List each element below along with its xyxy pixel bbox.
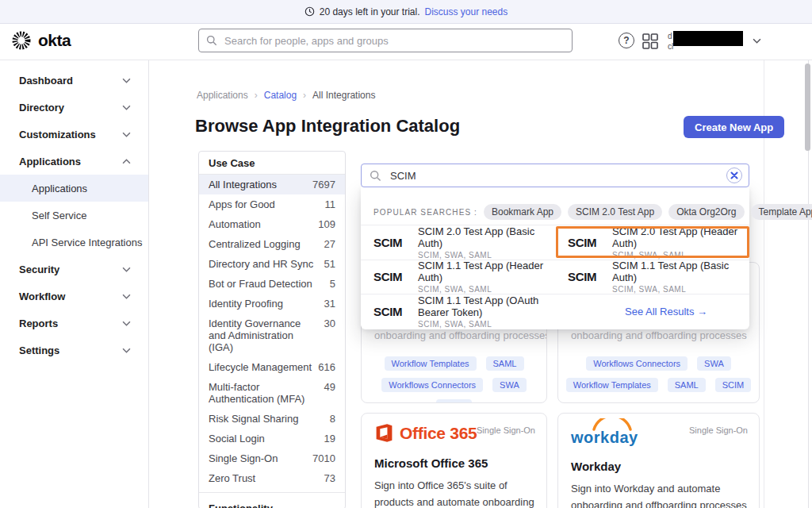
use-case-filter-item[interactable]: Zero Trust 73 — [199, 468, 345, 488]
sidebar-item[interactable]: Applications — [0, 148, 148, 175]
card-tags: Workflows ConnectorsSWAWorkflow Template… — [565, 356, 753, 392]
search-result-item[interactable]: SCIM SCIM 1.1 Test App (OAuth Bearer Tok… — [361, 294, 555, 329]
search-results-dropdown: POPULAR SEARCHES : Bookmark AppSCIM 2.0 … — [361, 187, 749, 329]
use-case-filter-item[interactable]: Centralized Logging 27 — [199, 234, 345, 254]
help-icon[interactable]: ? — [619, 33, 634, 48]
use-case-list: All Integrations 7697 Apps for Good 11 A… — [199, 175, 345, 488]
sso-badge: Single Sign-On — [689, 425, 748, 435]
catalog-card-workday[interactable]: workday Single Sign-On Workday Sign into… — [557, 413, 760, 508]
breadcrumb-applications[interactable]: Applications — [197, 90, 248, 101]
redacted-account-info — [673, 31, 743, 46]
trial-banner-text: 20 days left in your trial. — [320, 6, 420, 17]
sidebar-item[interactable]: Reports — [0, 310, 148, 337]
create-new-app-button[interactable]: Create New App — [684, 116, 784, 138]
scim-app-logo: SCIM — [568, 270, 604, 283]
result-protocols: SCIM, SWA, SAML — [418, 320, 550, 329]
use-case-filter-item[interactable]: Apps for Good 11 — [199, 194, 345, 214]
sidebar-item-label: Directory — [19, 102, 64, 114]
page-title: Browse App Integration Catalog — [195, 116, 460, 137]
sidebar-item[interactable]: Customizations — [0, 121, 148, 148]
search-result-item[interactable]: SCIM SCIM 1.1 Test App (Header Auth) SCI… — [361, 260, 555, 294]
use-case-filter-item[interactable]: Identity Proofing 31 — [199, 294, 345, 314]
workday-logo-text: workday — [571, 429, 638, 447]
sidebar-item-label: API Service Integrations — [32, 237, 142, 248]
search-result-item[interactable]: SCIM SCIM 2.0 Test App (Header Auth) SCI… — [555, 225, 749, 260]
capability-tag[interactable]: SWA — [697, 356, 731, 371]
global-search[interactable] — [198, 29, 573, 52]
result-protocols: SCIM, SWA, SAML — [612, 285, 745, 294]
sidebar-item[interactable]: Security — [0, 256, 148, 283]
sidebar-item[interactable]: API Service Integrations — [0, 229, 148, 256]
filter-count: 109 — [318, 218, 335, 230]
capability-tag[interactable]: Workflow Templates — [385, 356, 477, 371]
catalog-search[interactable] — [361, 164, 749, 187]
scrollbar-thumb[interactable] — [805, 64, 810, 151]
capability-tag[interactable]: SAML — [668, 378, 706, 392]
filter-label: All Integrations — [209, 179, 277, 190]
sidebar-item[interactable]: Self Service — [0, 202, 148, 229]
capability-tag[interactable]: Workflow Templates — [566, 378, 658, 392]
capability-tag[interactable]: Workflows Connectors — [381, 378, 483, 392]
chevron-down-icon — [122, 321, 131, 326]
use-case-filter-item[interactable]: Risk Signal Sharing 8 — [199, 409, 345, 429]
okta-admin-console: 20 days left in your trial. Discuss your… — [0, 0, 812, 508]
sidebar-item[interactable]: Directory — [0, 94, 148, 121]
sidebar-item-label: Applications — [19, 156, 81, 167]
sidebar-item-label: Reports — [19, 318, 58, 329]
clear-search-icon[interactable] — [726, 167, 742, 183]
popular-search-pill[interactable]: SCIM 2.0 Test App — [568, 204, 662, 220]
capability-tag[interactable]: SCIM — [715, 378, 752, 392]
use-case-header: Use Case — [199, 152, 345, 175]
see-all-results-link[interactable]: See All Results → — [555, 294, 749, 329]
card-title: Workday — [571, 460, 621, 473]
filter-count: 19 — [324, 433, 335, 444]
capability-tag[interactable]: SWA — [492, 378, 527, 392]
sidebar-item[interactable]: Applications — [0, 175, 148, 202]
apps-grid-icon[interactable] — [642, 33, 659, 50]
filter-label: Multi-factor Authentication (MFA) — [209, 381, 320, 405]
capability-tag[interactable]: Workflows Connectors — [586, 356, 688, 371]
popular-search-pill[interactable]: Okta Org2Org — [668, 204, 744, 220]
chevron-down-icon — [122, 159, 131, 164]
use-case-filter-item[interactable]: Single Sign-On 7010 — [199, 448, 345, 468]
use-case-filter-item[interactable]: Directory and HR Sync 51 — [199, 254, 345, 274]
capability-tag[interactable]: SCIM — [436, 399, 473, 403]
breadcrumb: Applications › Catalog › All Integration… — [197, 90, 375, 101]
result-protocols: SCIM, SWA, SAML — [418, 285, 550, 294]
search-result-item[interactable]: SCIM SCIM 2.0 Test App (Basic Auth) SCIM… — [361, 225, 555, 260]
top-header: okta ? d cl — [0, 24, 812, 60]
sidebar-item[interactable]: Workflow — [0, 283, 148, 310]
catalog-card-office365[interactable]: Office 365 Single Sign-On Microsoft Offi… — [361, 413, 547, 508]
sidebar-item[interactable]: Dashboard — [0, 67, 148, 94]
use-case-filter-item[interactable]: Identity Governance and Administration (… — [199, 314, 345, 357]
chevron-down-icon — [122, 348, 131, 353]
popular-search-pill[interactable]: Bookmark App — [484, 204, 561, 220]
use-case-filter-item[interactable]: All Integrations 7697 — [199, 175, 345, 194]
capability-tag[interactable]: SAML — [486, 356, 524, 371]
use-case-filter-item[interactable]: Automation 109 — [199, 214, 345, 234]
filter-count: 7010 — [312, 452, 335, 464]
use-case-filter-item[interactable]: Multi-factor Authentication (MFA) 49 — [199, 377, 345, 409]
result-title: SCIM 1.1 Test App (Basic Auth) — [612, 260, 745, 283]
scim-app-logo: SCIM — [373, 236, 410, 249]
sidebar-item[interactable]: Settings — [0, 337, 148, 364]
account-menu[interactable]: d cl — [666, 29, 761, 56]
okta-logo[interactable]: okta — [11, 30, 71, 51]
chevron-down-icon — [753, 38, 761, 44]
breadcrumb-catalog[interactable]: Catalog — [264, 90, 297, 101]
use-case-filter-item[interactable]: Bot or Fraud Detection 5 — [199, 274, 345, 294]
filter-count: 73 — [324, 472, 335, 484]
use-case-filter-item[interactable]: Lifecycle Management 616 — [199, 357, 345, 377]
trial-banner-link[interactable]: Discuss your needs — [425, 6, 508, 17]
use-case-filter-panel: Use Case All Integrations 7697 Apps for … — [198, 151, 346, 508]
result-protocols: SCIM, SWA, SAML — [612, 251, 745, 260]
search-result-item[interactable]: SCIM SCIM 1.1 Test App (Basic Auth) SCIM… — [555, 260, 749, 294]
workday-logo: workday — [571, 418, 638, 447]
use-case-filter-item[interactable]: Social Login 19 — [199, 429, 345, 448]
global-search-input[interactable] — [223, 34, 565, 48]
popular-search-pill[interactable]: Template App — [751, 204, 812, 220]
result-title: SCIM 2.0 Test App (Basic Auth) — [418, 225, 550, 249]
trial-banner: 20 days left in your trial. Discuss your… — [0, 0, 812, 24]
catalog-search-input[interactable] — [389, 169, 726, 183]
filter-label: Directory and HR Sync — [209, 258, 313, 270]
